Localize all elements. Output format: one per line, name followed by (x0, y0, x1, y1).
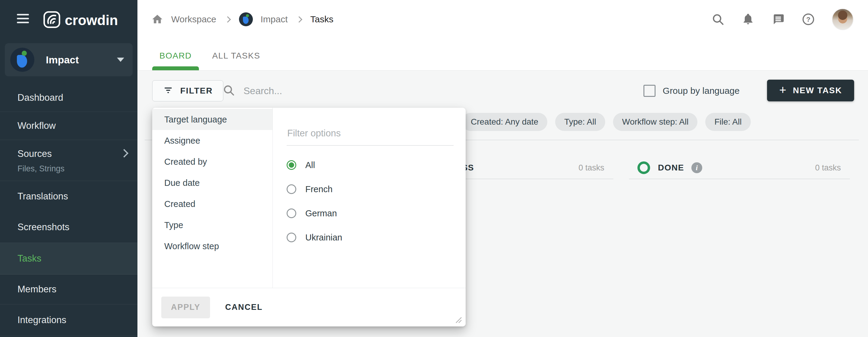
breadcrumb-current: Tasks (310, 14, 334, 24)
plus-icon: + (779, 84, 786, 96)
radio-icon (287, 208, 296, 218)
chat-icon[interactable] (772, 13, 785, 26)
project-avatar (10, 48, 34, 72)
filter-button[interactable]: FILTER (152, 80, 223, 102)
resize-handle[interactable] (453, 314, 462, 324)
group-by-language-checkbox[interactable] (644, 85, 655, 97)
filter-category-type[interactable]: Type (152, 215, 273, 235)
breadcrumb-project-avatar (239, 12, 253, 26)
topbar-actions: ? (711, 0, 854, 38)
filter-chip[interactable]: Workflow step: All (613, 113, 698, 131)
sidebar-item-workflow[interactable]: Workflow (0, 112, 137, 140)
board-column-done: DONE i 0 tasks (629, 157, 850, 179)
user-avatar[interactable] (832, 8, 854, 30)
sidebar-item-sources[interactable]: Sources Files, Strings (0, 140, 137, 181)
main-area: Workspace Impact Tasks (137, 0, 868, 337)
radio-selected-icon (287, 160, 296, 170)
chevron-right-icon (296, 16, 302, 22)
option-french[interactable]: French (287, 177, 454, 201)
help-icon[interactable]: ? (802, 13, 815, 26)
filter-category-assignee[interactable]: Assignee (152, 130, 273, 151)
filter-category-list: Target language Assignee Created by Due … (152, 108, 273, 288)
chevron-right-icon (224, 16, 230, 22)
sidebar-item-sources-sub: Files, Strings (18, 164, 137, 173)
filter-category-created-by[interactable]: Created by (152, 151, 273, 172)
svg-text:?: ? (806, 16, 810, 23)
filter-dropdown: Target language Assignee Created by Due … (152, 108, 466, 327)
filter-icon (163, 85, 174, 97)
search-input[interactable] (243, 85, 371, 97)
search-box[interactable] (222, 80, 371, 102)
breadcrumb: Workspace Impact Tasks (151, 0, 333, 38)
crowdin-logo-text: crowdin (65, 12, 118, 28)
option-ukrainian[interactable]: Ukrainian (287, 225, 454, 250)
search-icon (222, 84, 235, 98)
option-all[interactable]: All (287, 153, 454, 177)
home-icon[interactable] (151, 13, 163, 25)
filter-category-due-date[interactable]: Due date (152, 172, 273, 193)
sidebar-item-integrations[interactable]: Integrations (0, 304, 137, 336)
radio-icon (287, 233, 296, 242)
topbar: Workspace Impact Tasks (137, 0, 868, 38)
breadcrumb-project[interactable]: Impact (261, 14, 288, 24)
info-icon[interactable]: i (691, 162, 702, 173)
filter-category-workflow-step[interactable]: Workflow step (152, 235, 273, 257)
done-circle-icon (638, 161, 650, 174)
tab-board[interactable]: BOARD (152, 51, 199, 70)
group-by-language[interactable]: Group by language (644, 80, 740, 102)
group-by-language-label: Group by language (663, 86, 740, 96)
filter-options-input[interactable] (287, 128, 454, 139)
column-title: DONE (658, 163, 684, 173)
search-icon[interactable] (711, 13, 724, 26)
filter-dropdown-footer: APPLY CANCEL (152, 288, 466, 327)
new-task-button-label: NEW TASK (793, 86, 842, 95)
filter-chip[interactable]: File: All (705, 113, 750, 131)
breadcrumb-workspace[interactable]: Workspace (171, 14, 216, 24)
column-task-count: 0 tasks (578, 163, 613, 173)
cancel-button[interactable]: CANCEL (223, 302, 265, 312)
sidebar-item-tasks[interactable]: Tasks (0, 243, 137, 275)
app: crowdin Impact Dashboard Workflow Source… (0, 0, 868, 337)
sidebar: crowdin Impact Dashboard Workflow Source… (0, 0, 137, 337)
column-task-count: 0 tasks (815, 163, 850, 173)
filter-chip[interactable]: Type: All (555, 113, 605, 131)
sidebar-item-screenshots[interactable]: Screenshots (0, 212, 137, 243)
crowdin-logo[interactable]: crowdin (43, 11, 118, 30)
sidebar-menu: Dashboard Workflow Sources Files, String… (0, 84, 137, 336)
option-german[interactable]: German (287, 201, 454, 225)
sidebar-item-members[interactable]: Members (0, 275, 137, 304)
filter-category-created[interactable]: Created (152, 193, 273, 215)
filter-button-label: FILTER (180, 86, 213, 96)
language-options: All French German (287, 153, 454, 250)
new-task-button[interactable]: + NEW TASK (767, 80, 854, 102)
radio-icon (287, 184, 296, 194)
apply-button[interactable]: APPLY (161, 297, 210, 318)
filter-options-panel: All French German (273, 108, 466, 288)
filter-chip[interactable]: Created: Any date (462, 113, 547, 131)
sidebar-item-dashboard[interactable]: Dashboard (0, 84, 137, 112)
chevron-down-icon (117, 58, 124, 62)
sidebar-item-translations[interactable]: Translations (0, 181, 137, 212)
filter-category-target-language[interactable]: Target language (152, 109, 273, 130)
hamburger-menu-icon[interactable] (17, 14, 29, 24)
crowdin-logo-icon (43, 11, 61, 30)
filter-chips-row: Created: Any date Type: All Workflow ste… (453, 113, 751, 131)
tab-all-tasks[interactable]: ALL TASKS (205, 51, 267, 70)
project-name: Impact (46, 54, 117, 66)
content: FILTER Group by language + NEW TASK (137, 71, 868, 337)
bell-icon[interactable] (741, 13, 755, 26)
project-selector[interactable]: Impact (5, 43, 133, 76)
tab-bar: BOARD ALL TASKS (137, 38, 868, 71)
